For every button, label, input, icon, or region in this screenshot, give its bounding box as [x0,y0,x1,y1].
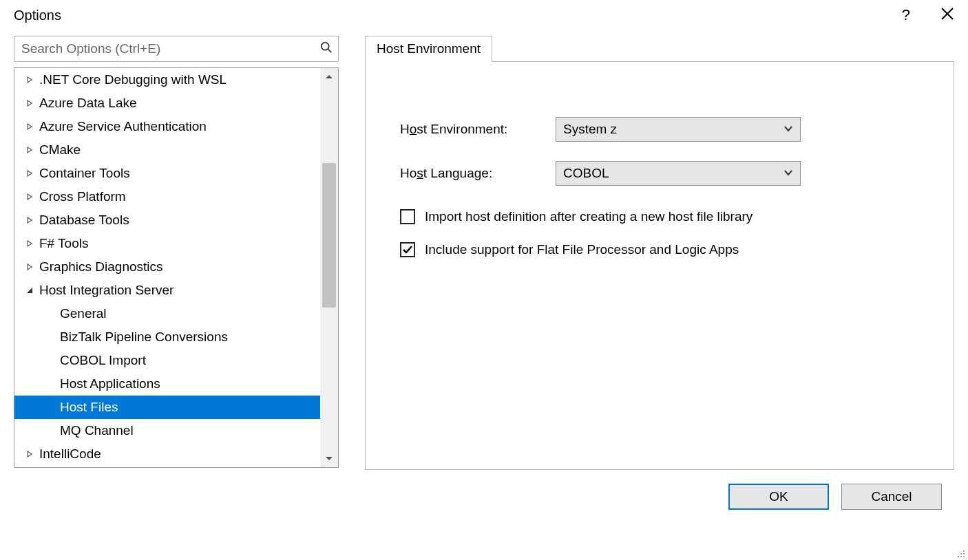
expander-closed-icon[interactable] [24,121,35,132]
expander-open-icon[interactable] [24,285,35,296]
svg-point-4 [958,556,959,557]
options-tree: .NET Core Debugging with WSLAzure Data L… [14,67,339,468]
settings-panel: Host Environment: System z Host Language… [365,61,954,470]
tree-item-label: Host Files [60,400,118,415]
search-icon [320,41,333,57]
tree-item[interactable]: .NET Core Debugging with WSL [14,68,320,91]
tree-item[interactable]: Azure Service Authentication [14,115,320,138]
tree-item[interactable]: BizTalk Pipeline Conversions [14,325,320,349]
tree-item-label: Host Integration Server [39,283,173,298]
host-language-value: COBOL [563,166,609,181]
checkbox-checked-icon[interactable] [400,242,415,257]
tree-item[interactable]: Host Applications [14,372,320,396]
expander-closed-icon[interactable] [24,238,35,249]
expander-closed-icon[interactable] [24,261,35,272]
host-language-select[interactable]: COBOL [556,161,801,186]
expander-closed-icon[interactable] [24,98,35,109]
tree-item-label: MQ Channel [60,423,134,438]
tree-item-label: IntelliCode [39,446,101,462]
expander-closed-icon[interactable] [24,191,35,202]
cancel-button[interactable]: Cancel [841,484,942,510]
import-host-definition-label: Import host definition after creating a … [425,209,753,224]
svg-point-0 [322,42,329,50]
svg-point-1 [963,550,965,552]
tree-item-label: COBOL Import [60,353,146,368]
tab-strip: Host Environment [365,36,954,61]
tree-item[interactable]: Cross Platform [14,185,320,208]
expander-closed-icon[interactable] [24,168,35,179]
tree-item[interactable]: Host Files [14,396,320,419]
host-language-label: Host Language: [400,166,556,181]
svg-point-6 [963,556,965,557]
host-environment-select[interactable]: System z [556,117,801,142]
tree-item-label: Cross Platform [39,189,126,204]
tree-item[interactable]: Azure Data Lake [14,91,320,115]
tree-item-label: Azure Service Authentication [39,119,207,134]
tree-item-label: Host Applications [60,376,160,391]
window-title: Options [14,8,61,23]
tree-item-label: General [60,306,107,321]
tree-item[interactable]: COBOL Import [14,349,320,372]
host-environment-value: System z [563,122,617,137]
resize-grip-icon[interactable] [954,546,965,557]
scrollbar[interactable] [320,68,338,467]
expander-closed-icon[interactable] [24,144,35,155]
tree-item[interactable]: IntelliCode [14,442,320,466]
expander-closed-icon[interactable] [24,215,35,226]
scroll-up-icon[interactable] [320,68,338,86]
tree-item-label: Container Tools [39,166,130,181]
tree-item[interactable]: MQ Channel [14,419,320,442]
expander-closed-icon[interactable] [24,449,35,460]
search-field[interactable] [14,36,339,62]
ok-button[interactable]: OK [728,484,829,510]
tree-item[interactable]: F# Tools [14,232,320,255]
tree-item[interactable]: Database Tools [14,208,320,232]
help-icon[interactable]: ? [902,8,910,23]
import-host-definition-checkbox-row[interactable]: Import host definition after creating a … [400,209,919,224]
svg-point-5 [960,556,962,557]
svg-point-3 [963,553,965,554]
tab-host-environment[interactable]: Host Environment [365,36,492,62]
tree-item[interactable]: Graphics Diagnostics [14,255,320,279]
host-environment-label: Host Environment: [400,122,556,137]
tree-item[interactable]: CMake [14,138,320,162]
scroll-thumb[interactable] [322,163,336,308]
tree-item[interactable]: General [14,302,320,325]
titlebar: Options ? [0,0,968,36]
scroll-down-icon[interactable] [320,449,338,467]
svg-point-2 [960,553,962,554]
tree-item-label: .NET Core Debugging with WSL [39,72,227,87]
include-flat-file-label: Include support for Flat File Processor … [425,242,739,257]
tree-item-label: Azure Data Lake [39,96,137,111]
tree-item-label: Database Tools [39,213,129,228]
titlebar-controls: ? [902,7,954,23]
tree-item[interactable]: Host Integration Server [14,279,320,302]
tree-item-label: CMake [39,142,81,158]
dialog-footer: OK Cancel [365,470,954,510]
search-input[interactable] [20,41,320,57]
checkbox-unchecked-icon[interactable] [400,209,415,224]
expander-closed-icon[interactable] [24,74,35,85]
chevron-down-icon [783,122,793,137]
include-flat-file-checkbox-row[interactable]: Include support for Flat File Processor … [400,242,919,257]
tree-item-label: Graphics Diagnostics [39,259,163,274]
tree-item[interactable]: Container Tools [14,162,320,185]
close-icon[interactable] [940,7,954,23]
tree-item-label: BizTalk Pipeline Conversions [60,330,228,345]
scroll-track[interactable] [320,86,338,449]
tree-item-label: F# Tools [39,236,88,251]
chevron-down-icon [783,166,793,181]
